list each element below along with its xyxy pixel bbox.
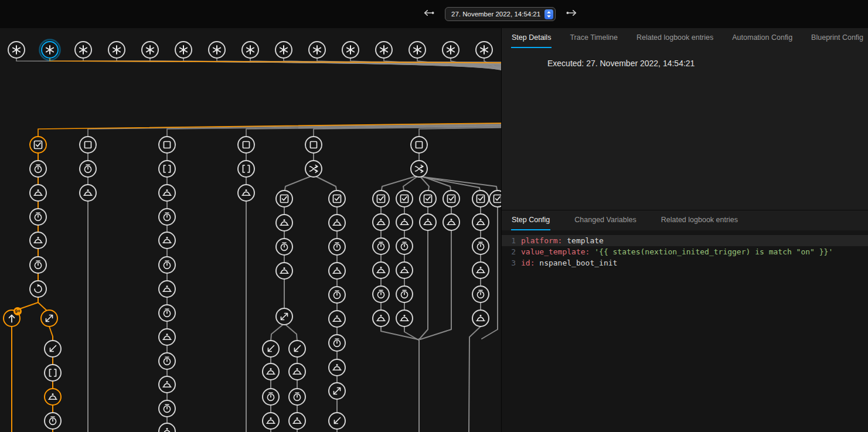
node-service-bell[interactable] (329, 263, 345, 279)
node-service-bell[interactable] (396, 214, 413, 230)
node-service-bell[interactable] (373, 310, 389, 326)
node-choose-arrows[interactable] (411, 161, 427, 177)
node-delay-timer[interactable] (159, 209, 175, 225)
yaml-code-editor[interactable]: 1platform: template2value_template: '{{ … (502, 230, 868, 432)
node-service-bell[interactable] (443, 214, 459, 230)
node-service-bell[interactable] (472, 214, 489, 230)
node-trigger-asterisk[interactable] (108, 42, 125, 58)
node-delay-timer[interactable] (289, 389, 305, 405)
node-delay-timer[interactable] (159, 353, 175, 369)
node-trigger-asterisk[interactable] (75, 42, 91, 58)
node-delay-timer[interactable] (396, 286, 413, 302)
previous-run-button[interactable] (421, 6, 436, 22)
node-delay-timer[interactable] (396, 238, 413, 254)
node-trigger-asterisk[interactable] (409, 42, 426, 58)
node-delay-timer[interactable] (263, 389, 279, 405)
node-arrow-down-left[interactable] (263, 341, 279, 357)
node-condition-checked[interactable] (396, 191, 413, 207)
node-service-bell[interactable] (329, 311, 345, 327)
node-trigger-asterisk[interactable] (342, 42, 359, 58)
node-arrow-down-left[interactable] (329, 413, 345, 429)
node-service-bell[interactable] (289, 363, 305, 380)
node-wait-brackets[interactable] (238, 161, 254, 177)
node-delay-timer[interactable] (159, 400, 175, 417)
node-delay-timer[interactable] (30, 209, 46, 225)
node-condition-box[interactable] (238, 137, 254, 153)
node-split-arrows[interactable] (276, 308, 292, 325)
node-delay-timer[interactable] (159, 257, 175, 273)
node-delay-timer[interactable] (45, 413, 61, 429)
node-condition-box[interactable] (411, 137, 427, 153)
node-service-bell[interactable] (373, 262, 389, 278)
node-service-bell[interactable] (45, 389, 61, 405)
node-service-bell[interactable] (30, 232, 46, 249)
node-trigger-asterisk[interactable] (275, 42, 292, 58)
node-delay-timer[interactable] (472, 286, 489, 302)
node-service-bell[interactable] (396, 262, 413, 278)
node-service-bell[interactable] (276, 215, 292, 231)
next-run-button[interactable] (564, 6, 580, 22)
config-tab-step-config[interactable]: Step Config (511, 210, 550, 230)
node-condition-checked[interactable] (489, 191, 501, 207)
node-service-bell[interactable] (80, 185, 96, 201)
run-selector[interactable]: 27. November 2022, 14:54:21 (445, 7, 556, 21)
node-arrow-down-left[interactable] (45, 341, 61, 357)
node-service-bell[interactable] (329, 359, 345, 376)
node-condition-checked[interactable] (30, 137, 46, 153)
node-split-arrows[interactable] (41, 310, 57, 326)
tab-trace-timeline[interactable]: Trace Timeline (569, 28, 618, 48)
node-service-bell[interactable] (159, 329, 175, 345)
node-delay-timer[interactable] (329, 335, 345, 351)
node-choose-arrows[interactable] (305, 161, 322, 177)
node-trigger-asterisk[interactable] (376, 42, 392, 58)
node-repeat-refresh[interactable] (30, 281, 46, 297)
node-delay-timer[interactable] (472, 238, 489, 254)
node-trigger-asterisk[interactable] (40, 40, 60, 60)
node-condition-checked[interactable] (276, 191, 292, 207)
node-service-bell[interactable] (159, 185, 175, 201)
node-condition-checked[interactable] (420, 191, 436, 207)
node-condition-checked[interactable] (443, 191, 459, 207)
tab-related-logbook-entries[interactable]: Related logbook entries (636, 28, 714, 48)
node-service-bell[interactable] (159, 423, 175, 432)
node-condition-checked[interactable] (329, 191, 345, 207)
node-service-bell[interactable] (159, 232, 175, 249)
node-service-bell[interactable] (30, 185, 46, 201)
node-service-bell[interactable] (263, 413, 279, 429)
node-delay-timer[interactable] (276, 239, 292, 255)
node-delay-timer[interactable] (159, 305, 175, 321)
node-condition-checked[interactable] (373, 191, 389, 207)
node-service-bell[interactable] (472, 262, 489, 278)
trace-graph-canvas[interactable]: 9+ (0, 28, 501, 432)
tab-automation-config[interactable]: Automation Config (731, 28, 793, 48)
node-condition-box[interactable] (305, 137, 322, 153)
config-tab-changed-variables[interactable]: Changed Variables (574, 210, 636, 230)
node-condition-checked[interactable] (472, 191, 489, 207)
node-service-bell[interactable] (373, 214, 389, 230)
node-service-bell[interactable] (276, 263, 292, 279)
node-delay-timer[interactable] (373, 286, 389, 302)
tab-blueprint-config[interactable]: Blueprint Config (811, 28, 864, 48)
node-delay-timer[interactable] (30, 257, 46, 273)
node-service-bell[interactable] (289, 413, 305, 429)
node-arrow-up[interactable]: 9+ (4, 307, 22, 326)
tab-step-details[interactable]: Step Details (511, 28, 552, 48)
node-split-arrows[interactable] (329, 383, 345, 399)
node-service-bell[interactable] (329, 215, 345, 231)
node-service-bell[interactable] (420, 214, 436, 230)
node-trigger-asterisk[interactable] (309, 42, 325, 58)
node-service-bell[interactable] (159, 281, 175, 297)
node-delay-timer[interactable] (30, 161, 46, 177)
node-trigger-asterisk[interactable] (175, 42, 192, 58)
node-service-bell[interactable] (396, 310, 413, 326)
node-delay-timer[interactable] (373, 238, 389, 254)
node-condition-box[interactable] (159, 137, 175, 153)
node-trigger-asterisk[interactable] (209, 42, 225, 58)
node-trigger-asterisk[interactable] (8, 42, 25, 58)
node-arrow-down-left[interactable] (289, 341, 305, 357)
node-delay-timer[interactable] (329, 287, 345, 303)
node-trigger-asterisk[interactable] (442, 42, 459, 58)
node-delay-timer[interactable] (80, 161, 96, 177)
node-trigger-asterisk[interactable] (142, 42, 158, 58)
node-wait-brackets[interactable] (45, 365, 61, 381)
